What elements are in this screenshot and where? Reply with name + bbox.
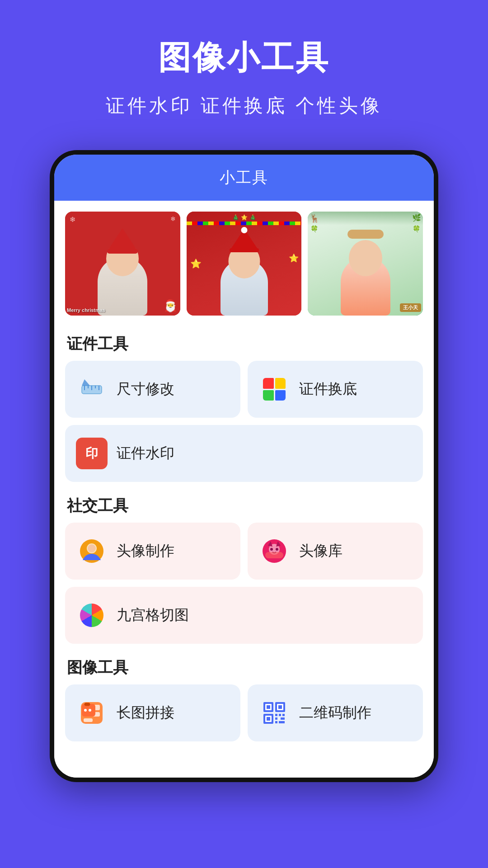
main-title: 图像小工具: [18, 36, 470, 80]
qr-make-card[interactable]: 二维码制作: [248, 684, 423, 741]
cert-tools-grid: 尺寸修改 证件换底: [54, 361, 434, 486]
qr-icon: [258, 697, 290, 729]
colorblock-icon: [258, 373, 290, 405]
stamp-icon: 印: [76, 438, 108, 469]
watermark-card[interactable]: 印 证件水印: [65, 425, 423, 482]
app-bar-title: 小工具: [220, 169, 268, 186]
ruler-icon: [76, 373, 108, 405]
avatar-make-icon: [76, 535, 108, 567]
qr-make-label: 二维码制作: [299, 703, 371, 723]
svg-rect-22: [84, 703, 90, 706]
avatar-make-label: 头像制作: [117, 541, 174, 561]
header: 图像小工具 证件水印 证件换底 个性头像: [0, 0, 488, 137]
shutter-icon: [76, 599, 108, 631]
grid-cut-card[interactable]: 九宫格切图: [65, 587, 423, 644]
svg-rect-33: [267, 717, 270, 721]
svg-point-15: [276, 548, 278, 551]
svg-rect-40: [279, 721, 285, 723]
phone-screen: 小工具 �: [54, 155, 434, 778]
name-badge: 王小天: [400, 303, 421, 312]
phone-content: 🎅 ❄ ❄ Merry christmas 🎄 ⭐: [54, 201, 434, 778]
banner-3[interactable]: 🦌 🌿 王小天 🍀: [308, 212, 423, 316]
section-cert-label: 证件工具: [54, 325, 434, 361]
svg-rect-30: [278, 705, 282, 709]
size-modify-label: 尺寸修改: [117, 379, 174, 399]
avatar-make-card[interactable]: 头像制作: [65, 523, 240, 580]
svg-rect-16: [265, 552, 283, 558]
avatar-lib-card[interactable]: 头像库: [248, 523, 423, 580]
long-image-card[interactable]: 长图拼接: [65, 684, 240, 741]
svg-rect-37: [275, 717, 277, 720]
watermark-label: 证件水印: [117, 443, 174, 463]
avatar-lib-icon: [258, 535, 290, 567]
svg-rect-38: [281, 717, 285, 720]
banner-1[interactable]: 🎅 ❄ ❄ Merry christmas: [65, 212, 180, 316]
bg-change-card[interactable]: 证件换底: [248, 361, 423, 418]
svg-point-23: [84, 709, 87, 712]
social-tools-grid: 头像制作: [54, 523, 434, 648]
merry-christmas-text: Merry christmas: [67, 307, 105, 313]
section-social-label: 社交工具: [54, 486, 434, 523]
image-tools-grid: 长图拼接: [54, 684, 434, 746]
banner-strip: 🎅 ❄ ❄ Merry christmas 🎄 ⭐: [54, 201, 434, 325]
banner-2[interactable]: 🎄 ⭐ 🎄: [187, 212, 302, 316]
svg-rect-39: [275, 721, 277, 723]
svg-rect-34: [275, 714, 277, 716]
subtitle: 证件水印 证件换底 个性头像: [18, 93, 470, 118]
avatar-lib-label: 头像库: [299, 541, 343, 561]
size-modify-card[interactable]: 尺寸修改: [65, 361, 240, 418]
long-image-label: 长图拼接: [117, 703, 174, 723]
svg-rect-35: [279, 714, 281, 716]
svg-point-14: [270, 548, 273, 551]
grid-cut-label: 九宫格切图: [117, 605, 189, 625]
app-bar: 小工具: [54, 155, 434, 201]
section-image-label: 图像工具: [54, 648, 434, 684]
svg-point-9: [88, 544, 96, 552]
svg-rect-36: [282, 714, 285, 716]
long-image-icon: [76, 697, 108, 729]
svg-rect-20: [84, 718, 93, 722]
svg-marker-6: [82, 379, 90, 386]
bg-change-label: 证件换底: [299, 379, 357, 399]
svg-rect-27: [267, 705, 270, 709]
svg-point-24: [89, 709, 91, 712]
phone-mockup: 小工具 �: [50, 150, 438, 782]
